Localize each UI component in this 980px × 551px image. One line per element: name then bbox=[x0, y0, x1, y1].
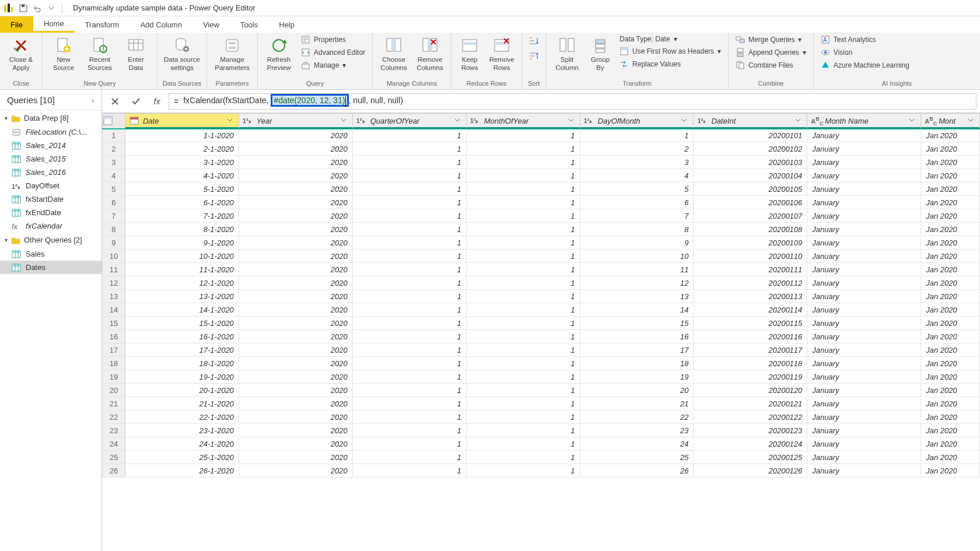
row-number[interactable]: 11 bbox=[103, 263, 125, 276]
row-number[interactable]: 22 bbox=[103, 410, 125, 424]
cell[interactable]: 1 bbox=[466, 276, 580, 290]
cell[interactable]: 2020 bbox=[239, 236, 352, 250]
column-type-icon[interactable]: 1²₃ bbox=[697, 116, 708, 125]
cell[interactable]: 1 bbox=[352, 250, 466, 263]
cell[interactable]: 3-1-2020 bbox=[125, 156, 239, 169]
column-header[interactable]: ABCMonth Name bbox=[807, 114, 921, 129]
cell[interactable]: 1 bbox=[466, 451, 580, 464]
cell[interactable]: Jan 2020 bbox=[921, 330, 980, 343]
data-source-settings-button[interactable]: Data source settings bbox=[161, 34, 203, 75]
cell[interactable]: 18-1-2020 bbox=[125, 357, 239, 370]
cell[interactable]: 1 bbox=[352, 290, 466, 303]
column-filter-button[interactable] bbox=[226, 116, 235, 125]
split-column-button[interactable]: Split Column bbox=[550, 34, 584, 75]
cell[interactable]: 1 bbox=[466, 209, 580, 223]
cell[interactable]: 2020 bbox=[239, 276, 352, 290]
query-item[interactable]: fxStartDate bbox=[0, 192, 102, 206]
cell[interactable]: 2020 bbox=[239, 156, 352, 169]
cell[interactable]: Jan 2020 bbox=[921, 183, 980, 196]
cell[interactable]: 8-1-2020 bbox=[125, 223, 239, 236]
cell[interactable]: Jan 2020 bbox=[921, 343, 980, 357]
close-apply-button[interactable]: Close & Apply bbox=[4, 34, 38, 75]
column-header[interactable]: ABCMont bbox=[921, 114, 980, 129]
row-number[interactable]: 6 bbox=[103, 196, 125, 209]
cell[interactable]: 1 bbox=[352, 169, 466, 183]
cell[interactable]: 2020 bbox=[239, 451, 352, 464]
cell[interactable]: 1 bbox=[466, 357, 580, 370]
cell[interactable]: 16 bbox=[580, 330, 694, 343]
cell[interactable]: 1 bbox=[466, 397, 580, 410]
cell[interactable]: 2020 bbox=[239, 263, 352, 276]
table-row[interactable]: 1111-1-20202020111120200111JanuaryJan 20… bbox=[103, 263, 980, 276]
table-row[interactable]: 1616-1-20202020111620200116JanuaryJan 20… bbox=[103, 330, 980, 343]
column-type-icon[interactable] bbox=[129, 116, 139, 125]
cell[interactable]: 26-1-2020 bbox=[125, 464, 239, 478]
column-type-icon[interactable]: ABC bbox=[811, 116, 821, 125]
cell[interactable]: 8 bbox=[580, 223, 694, 236]
cell[interactable]: 20200117 bbox=[694, 343, 807, 357]
row-number-header[interactable] bbox=[103, 114, 125, 129]
row-number[interactable]: 3 bbox=[103, 156, 125, 169]
cell[interactable]: 2020 bbox=[239, 424, 352, 437]
cell[interactable]: 2020 bbox=[239, 384, 352, 397]
cell[interactable]: January bbox=[807, 209, 921, 223]
choose-columns-button[interactable]: Choose Columns bbox=[376, 34, 411, 75]
cell[interactable]: 1 bbox=[352, 370, 466, 384]
query-item[interactable]: Sales bbox=[0, 247, 102, 261]
row-number[interactable]: 25 bbox=[103, 451, 125, 464]
tree-group-other-queries[interactable]: ▾ Other Queries [2] bbox=[0, 233, 102, 247]
cell[interactable]: 1 bbox=[352, 142, 466, 156]
cell[interactable]: 1-1-2020 bbox=[125, 129, 239, 142]
table-row[interactable]: 33-1-2020202011320200103JanuaryJan 2020 bbox=[103, 156, 980, 169]
cell[interactable]: 26 bbox=[580, 464, 694, 478]
column-header[interactable]: 1²₃MonthOfYear bbox=[466, 114, 580, 129]
cell[interactable]: 20200113 bbox=[694, 290, 807, 303]
cell[interactable]: 1 bbox=[352, 263, 466, 276]
vision-button[interactable]: Vision bbox=[817, 47, 913, 58]
tab-transform[interactable]: Transform bbox=[75, 16, 130, 33]
row-number[interactable]: 9 bbox=[103, 236, 125, 250]
row-number[interactable]: 18 bbox=[103, 357, 125, 370]
cell[interactable]: 20200126 bbox=[694, 464, 807, 478]
cell[interactable]: January bbox=[807, 437, 921, 451]
column-filter-button[interactable] bbox=[794, 116, 803, 125]
cell[interactable]: 2020 bbox=[239, 397, 352, 410]
cell[interactable]: 20200103 bbox=[694, 156, 807, 169]
cell[interactable]: 17 bbox=[580, 343, 694, 357]
cell[interactable]: January bbox=[807, 196, 921, 209]
cell[interactable]: 1 bbox=[352, 209, 466, 223]
row-number[interactable]: 12 bbox=[103, 276, 125, 290]
qat-dropdown[interactable] bbox=[44, 1, 58, 15]
cell[interactable]: 4-1-2020 bbox=[125, 169, 239, 183]
combine-files-button[interactable]: Combine Files bbox=[732, 59, 810, 71]
cell[interactable]: 9-1-2020 bbox=[125, 236, 239, 250]
cell[interactable]: 2020 bbox=[239, 357, 352, 370]
column-header[interactable]: Date bbox=[125, 114, 239, 129]
cell[interactable]: 16-1-2020 bbox=[125, 330, 239, 343]
cell[interactable]: 2020 bbox=[239, 223, 352, 236]
cell[interactable]: 1 bbox=[466, 142, 580, 156]
cell[interactable]: 20200106 bbox=[694, 196, 807, 209]
formula-input[interactable]: = fxCalendar(fxStartDate, #date(2020, 12… bbox=[169, 93, 977, 110]
cell[interactable]: 20200102 bbox=[694, 142, 807, 156]
row-number[interactable]: 5 bbox=[103, 183, 125, 196]
cell[interactable]: January bbox=[807, 410, 921, 424]
cell[interactable]: 1 bbox=[352, 357, 466, 370]
cell[interactable]: Jan 2020 bbox=[921, 303, 980, 317]
cell[interactable]: 1 bbox=[352, 330, 466, 343]
cell[interactable]: 20200125 bbox=[694, 451, 807, 464]
cell[interactable]: 2020 bbox=[239, 370, 352, 384]
cell[interactable]: 1 bbox=[466, 250, 580, 263]
group-by-button[interactable]: Group By bbox=[586, 34, 615, 75]
merge-queries-button[interactable]: Merge Queries ▾ bbox=[732, 34, 810, 45]
cell[interactable]: 20200124 bbox=[694, 437, 807, 451]
cell[interactable]: Jan 2020 bbox=[921, 451, 980, 464]
column-filter-button[interactable] bbox=[908, 116, 917, 125]
cell[interactable]: 2020 bbox=[239, 169, 352, 183]
cell[interactable]: 2020 bbox=[239, 330, 352, 343]
cell[interactable]: 5 bbox=[580, 183, 694, 196]
cell[interactable]: 1 bbox=[352, 451, 466, 464]
cell[interactable]: 15-1-2020 bbox=[125, 317, 239, 330]
cell[interactable]: 1 bbox=[352, 276, 466, 290]
cell[interactable]: 22 bbox=[580, 410, 694, 424]
